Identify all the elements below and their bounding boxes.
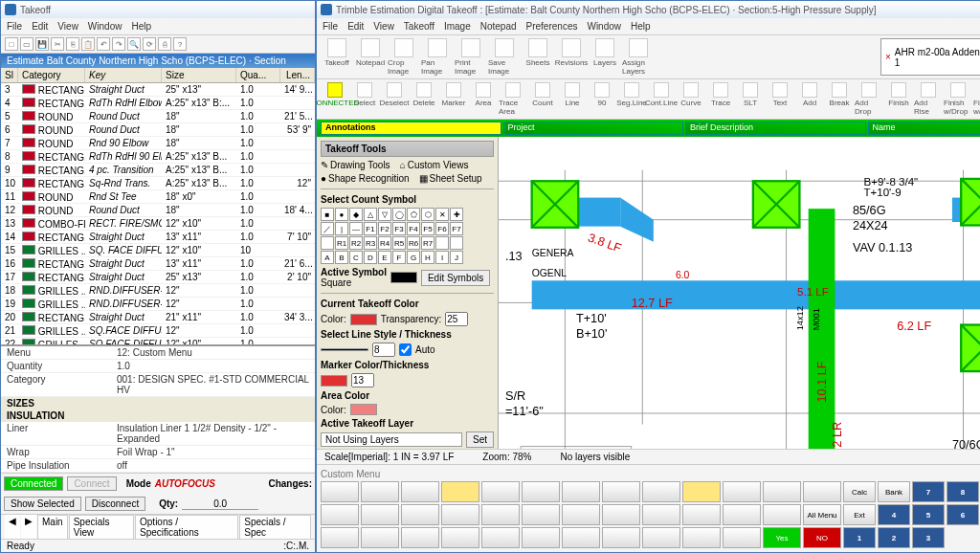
connect-button[interactable]: Connect: [67, 476, 116, 491]
palette-item[interactable]: [723, 481, 761, 502]
tool-break[interactable]: Break: [825, 82, 854, 116]
palette-item[interactable]: [602, 481, 640, 502]
tool-line[interactable]: Line: [558, 82, 587, 116]
palette-item[interactable]: [361, 527, 399, 548]
rmenu-prefs[interactable]: Preferences: [526, 21, 578, 32]
table-row[interactable]: 21 GRILLES ... SQ.FACE DIFFUSER-w/...12"…: [1, 324, 315, 338]
symbol-cell[interactable]: H: [421, 251, 434, 264]
prop-cat-v[interactable]: 001: DESIGN SPEC. #1-STD COMMERCIAL HV: [117, 374, 309, 395]
keypad-bank[interactable]: Bank: [878, 481, 910, 502]
tb-refresh-icon[interactable]: ⟳: [143, 37, 156, 51]
tool-takeoff[interactable]: Takeoff: [321, 38, 353, 76]
symbol-cell[interactable]: F: [392, 251, 406, 264]
tool-trace-area[interactable]: Trace Area: [499, 82, 527, 116]
symbol-cell[interactable]: [450, 236, 463, 250]
symbol-cell[interactable]: J: [450, 251, 463, 264]
keypad-calc[interactable]: Calc: [843, 481, 876, 502]
tb-cut-icon[interactable]: ✂: [51, 37, 64, 51]
prop-liner-v[interactable]: Insulation Liner 1 1/2# Density - 1/2" -…: [117, 423, 309, 444]
table-row[interactable]: 18 GRILLES ... RND.DIFFUSER-w/...12" 1.0: [1, 284, 315, 298]
palette-item[interactable]: [562, 504, 600, 525]
grid-body[interactable]: 3 RECTANG... Straight Duct25" x13" 1.014…: [1, 83, 315, 344]
prop-pipe-v[interactable]: off: [117, 460, 309, 471]
col-key[interactable]: Key: [85, 68, 162, 82]
palette-item[interactable]: [361, 504, 399, 525]
keypad-2[interactable]: 2: [878, 527, 910, 548]
symbol-cell[interactable]: C: [349, 251, 363, 264]
prop-qty-v[interactable]: 1.0: [117, 361, 309, 371]
takeoff-color-swatch[interactable]: [350, 314, 377, 325]
palette-item[interactable]: [803, 481, 841, 502]
tool-pan-image[interactable]: Pan Image: [421, 38, 454, 76]
ctx-annotations[interactable]: Annotations: [321, 122, 501, 135]
palette-item[interactable]: [441, 504, 479, 525]
symbol-cell[interactable]: ／: [321, 222, 334, 235]
symbol-cell[interactable]: G: [407, 251, 420, 264]
table-row[interactable]: 19 GRILLES ... RND.DIFFUSER-w/...12" 1.0: [1, 298, 315, 311]
tb-new-icon[interactable]: □: [5, 37, 18, 51]
symbol-cell[interactable]: F2: [378, 222, 391, 235]
keypad-8[interactable]: 8: [947, 481, 979, 502]
prop-wrap-v[interactable]: Foil Wrap - 1": [117, 447, 309, 457]
palette-item[interactable]: [481, 481, 520, 502]
area-swatch[interactable]: [350, 404, 377, 415]
palette-item[interactable]: [522, 527, 560, 548]
menu-view[interactable]: View: [57, 21, 78, 32]
keypad-yes[interactable]: Yes: [763, 527, 801, 548]
symbol-cell[interactable]: ⬠: [407, 208, 420, 221]
left-section-title[interactable]: Estimate Balt County Northern High Scho …: [1, 54, 315, 68]
table-row[interactable]: 10 RECTANG... Sq-Rnd Trans.A:25" x13" B.…: [1, 177, 315, 190]
tool-notepad[interactable]: Notepad: [354, 38, 387, 76]
disconnect-button[interactable]: Disconnect: [85, 497, 145, 511]
tool-trace[interactable]: Trace: [706, 82, 735, 116]
tool-assign-layers[interactable]: Assign Layers: [622, 38, 655, 76]
table-row[interactable]: 13 COMBO-FI... RECT. FIRE/SMOKE...12" x1…: [1, 217, 315, 231]
palette-item[interactable]: [602, 504, 640, 525]
table-row[interactable]: 15 GRILLES ... SQ. FACE DIFFUSE...12" x1…: [1, 244, 315, 257]
tool-seg-line[interactable]: Seg.Line: [617, 82, 646, 116]
palette-item[interactable]: [522, 504, 560, 525]
table-row[interactable]: 12 ROUND Round Duct18" 1.018' 4...: [1, 204, 315, 217]
tab-main[interactable]: Main: [37, 515, 68, 539]
rmenu-notepad[interactable]: Notepad: [480, 21, 517, 32]
sheet-dropdown[interactable]: ×AHR m2-00a Addendum 1▾: [880, 38, 980, 76]
table-row[interactable]: 8 RECTANG... RdTh RdHl 90 ElbowA:25" x13…: [1, 150, 315, 164]
palette-item[interactable]: [682, 504, 721, 525]
transparency-input[interactable]: [445, 312, 468, 326]
tool-count[interactable]: Count: [528, 82, 557, 116]
menu-window[interactable]: Window: [88, 21, 122, 32]
symbol-cell[interactable]: R3: [364, 236, 377, 250]
drawing-canvas[interactable]: 3.8 LF 12.7 LF 6.2 LF 10.1 LF 4.2 LR 1.1…: [499, 137, 980, 449]
tb-find-icon[interactable]: 🔍: [127, 37, 141, 51]
tool-finish[interactable]: Finish: [884, 82, 913, 116]
tool-sheets[interactable]: Sheets: [522, 38, 554, 76]
symbol-cell[interactable]: R7: [421, 236, 434, 250]
group-sizes[interactable]: SIZES: [1, 397, 315, 409]
tool-delete[interactable]: Delete: [410, 82, 438, 116]
table-row[interactable]: 22 GRILLES ... SQ.FACE DIFFUSE...12" x10…: [1, 338, 315, 344]
palette-item[interactable]: [441, 481, 479, 502]
table-row[interactable]: 7 ROUND Rnd 90 Elbow18" 1.0: [1, 137, 315, 150]
tool-text[interactable]: Text: [766, 82, 794, 116]
palette-item[interactable]: [401, 504, 439, 525]
col-len[interactable]: Len...: [280, 68, 315, 82]
palette-item[interactable]: [682, 527, 721, 548]
layer-dropdown[interactable]: Not Using Layers: [321, 432, 462, 447]
symbol-cell[interactable]: R5: [392, 236, 406, 250]
palette-item[interactable]: [401, 527, 439, 548]
palette-item[interactable]: [642, 504, 680, 525]
symbol-cell[interactable]: ⬡: [421, 208, 434, 221]
ctx-project[interactable]: Project: [503, 122, 684, 135]
tab-shape-recognition[interactable]: ● Shape Recognition: [321, 173, 410, 184]
palette-item[interactable]: [642, 481, 680, 502]
symbol-cell[interactable]: R4: [378, 236, 391, 250]
edit-symbols-button[interactable]: Edit Symbols: [421, 270, 490, 286]
table-row[interactable]: 11 ROUND Rnd St Tee18" x0" 1.0: [1, 190, 315, 204]
keypad-6[interactable]: 6: [947, 504, 979, 525]
tool-cont-line[interactable]: Cont.Line: [647, 82, 676, 116]
palette-item[interactable]: [723, 504, 761, 525]
table-row[interactable]: 5 ROUND Round Duct18" 1.021' 5...: [1, 110, 315, 123]
palette-item[interactable]: [522, 481, 560, 502]
menu-file[interactable]: File: [7, 21, 22, 32]
group-insulation[interactable]: INSULATION: [1, 409, 315, 422]
